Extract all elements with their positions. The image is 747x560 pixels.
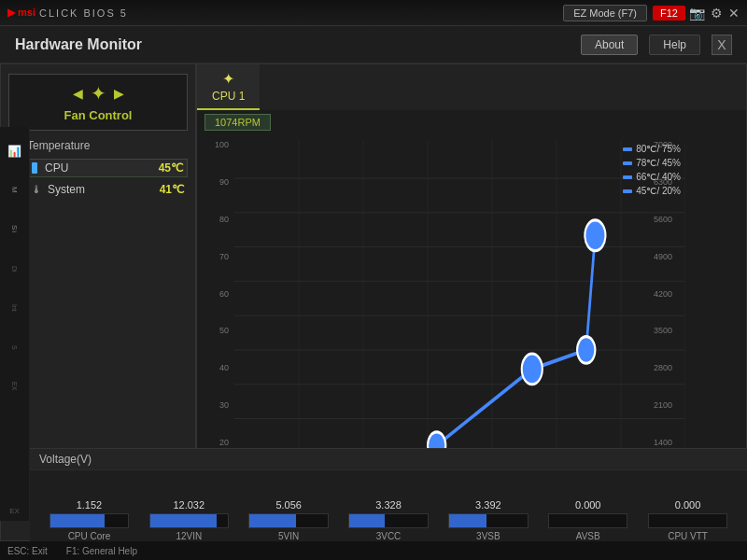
cpu-vtt-bar-track: [648, 513, 727, 528]
cpu-vtt-value: 0.000: [675, 499, 701, 511]
5vin-value: 5.056: [275, 499, 302, 511]
side-label-int: Int: [11, 304, 18, 312]
cpu-temp-value: 45℃: [159, 161, 183, 175]
settings-icon[interactable]: ⚙: [711, 6, 723, 21]
side-label-m: M: [10, 187, 19, 194]
side-nav-item-2[interactable]: M: [2, 172, 28, 209]
cpu1-tab[interactable]: ✦ CPU 1: [197, 64, 260, 110]
side-nav-item-1[interactable]: 📊: [2, 133, 28, 170]
3vcc-value: 3.328: [375, 499, 402, 511]
curve-point-3: [577, 337, 595, 364]
legend-item-4: 45℃/ 20%: [623, 186, 681, 196]
legend-label-1: 80℃/ 75%: [636, 144, 681, 154]
cpu-vtt-label: CPU VTT: [668, 531, 708, 541]
12vin-bar-track: [149, 513, 229, 528]
legend-label-4: 45℃/ 20%: [636, 186, 681, 196]
curve-point-2: [522, 354, 543, 385]
legend-label-2: 78℃/ 45%: [636, 158, 681, 168]
legend-item-3: 66℃/ 40%: [623, 172, 681, 182]
side-nav-item-5[interactable]: Int: [2, 289, 28, 327]
avsb-bar-track: [548, 513, 627, 528]
legend-dot-1: [623, 147, 632, 151]
side-navigation: 📊 M Si Di Int S EX EX: [0, 127, 30, 521]
3vcc-bar-track: [348, 513, 428, 528]
page-title: Hardware Monitor: [15, 36, 142, 53]
f1-label: F1: General Help: [66, 546, 137, 556]
5vin-label: 5VIN: [278, 531, 299, 541]
3vsb-bar-fill: [449, 514, 486, 527]
fan-control-label: Fan Control: [64, 108, 133, 122]
msi-text: ▶ msi: [7, 7, 35, 19]
side-explorer-label: EX: [9, 507, 20, 521]
fan-control-box: ◀ ✦ ▶ Fan Control: [8, 74, 188, 131]
cpu-core-value: 1.152: [77, 499, 103, 511]
cpu-core-bar-fill: [50, 514, 105, 527]
5vin-bar-track: [248, 513, 328, 528]
legend-label-3: 66℃/ 40%: [636, 172, 681, 182]
prev-arrow-icon[interactable]: ◀: [73, 86, 83, 101]
cpu-temp-name: CPU: [45, 161, 153, 175]
legend-dot-4: [623, 189, 632, 193]
12vin-value: 12.032: [173, 499, 204, 511]
side-label-s: S: [11, 345, 18, 350]
voltage-col-12vin: 12.032 12VIN: [139, 499, 239, 541]
3vsb-label: 3VSB: [476, 531, 500, 541]
legend-dot-2: [623, 161, 632, 165]
cpu-tabs: ✦ CPU 1: [197, 64, 746, 110]
voltage-col-3vcc: 3.328 3VCC: [339, 499, 439, 541]
voltage-col-3vsb: 3.392 3VSB: [438, 499, 538, 541]
esc-label: ESC: Exit: [7, 546, 48, 556]
topbar-close-icon[interactable]: ✕: [728, 6, 740, 21]
12vin-label: 12VIN: [176, 531, 202, 541]
close-button[interactable]: X: [712, 35, 732, 55]
rpm-badge: 1074RPM: [204, 114, 271, 131]
system-temp-value: 41℃: [160, 183, 184, 196]
f12-button[interactable]: F12: [653, 6, 685, 21]
3vsb-value: 3.392: [475, 499, 501, 511]
top-icons: 📷 ⚙ ✕: [689, 6, 740, 21]
temperature-header: 🌡 Temperature: [8, 138, 188, 153]
3vcc-label: 3VCC: [376, 531, 402, 541]
side-nav-item-4[interactable]: Di: [2, 250, 28, 287]
voltage-col-5vin: 5.056 5VIN: [239, 499, 339, 541]
side-nav-item-3[interactable]: Si: [2, 211, 28, 248]
side-nav-item-6[interactable]: S: [2, 329, 28, 366]
side-label-di: Di: [11, 266, 18, 273]
12vin-bar-fill: [150, 514, 217, 527]
temperature-section: 🌡 Temperature CPU 45℃ 🌡 System: [8, 138, 188, 202]
about-button[interactable]: About: [581, 35, 638, 55]
cpu-core-bar-track: [49, 513, 129, 528]
camera-icon[interactable]: 📷: [689, 6, 705, 21]
fan-curve-line: [437, 235, 596, 445]
voltage-col-cpu-vtt: 0.000 CPU VTT: [638, 499, 738, 541]
voltage-col-avsb: 0.000 AVSB: [538, 499, 638, 541]
voltage-header: Voltage(V): [30, 449, 747, 470]
5vin-bar-fill: [249, 514, 296, 527]
legend-dot-3: [623, 175, 632, 179]
side-label-si: Si: [10, 225, 19, 233]
curve-point-4: [585, 220, 605, 251]
cpu-core-label: CPU Core: [68, 531, 111, 541]
avsb-value: 0.000: [575, 499, 601, 511]
system-temp-name: System: [48, 183, 154, 196]
cpu-temp-row: CPU 45℃: [8, 159, 188, 177]
monitor-icon: 📊: [7, 145, 21, 158]
voltage-col-cpu-core: 1.152 CPU Core: [39, 499, 139, 541]
fan-icon-row: ◀ ✦ ▶: [73, 82, 124, 105]
cpu-bar-icon: [32, 162, 37, 174]
bottom-status-bar: ESC: Exit F1: General Help: [0, 541, 747, 560]
legend-item-1: 80℃/ 75%: [623, 144, 681, 154]
help-button[interactable]: Help: [649, 35, 700, 55]
thermometer-small-icon: 🌡: [31, 183, 42, 196]
next-arrow-icon[interactable]: ▶: [114, 86, 124, 101]
ez-mode-button[interactable]: EZ Mode (F7): [563, 5, 647, 21]
avsb-label: AVSB: [576, 531, 600, 541]
3vcc-bar-fill: [349, 514, 385, 527]
side-label-ex: EX: [11, 382, 18, 390]
legend-item-2: 78℃/ 45%: [623, 158, 681, 168]
voltage-bars-container: 1.152 CPU Core 12.032 12VIN 5.056: [30, 470, 747, 541]
system-temp-row: 🌡 System 41℃: [8, 181, 188, 198]
chart-legend: 80℃/ 75% 78℃/ 45% 66℃/ 40% 45℃/ 20%: [623, 144, 681, 196]
bios-title: CLICK BIOS 5: [39, 7, 128, 19]
side-nav-item-7[interactable]: EX: [2, 368, 28, 405]
